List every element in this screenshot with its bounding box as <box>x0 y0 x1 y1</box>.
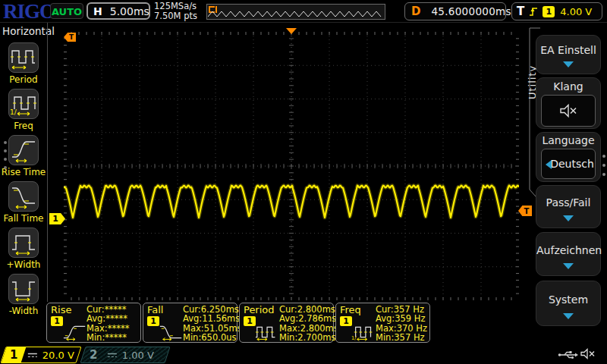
horizontal-scale-box[interactable]: H 5.00ms <box>86 2 150 20</box>
measure-item-rise-time-label: Rise Time <box>0 167 47 177</box>
speaker-muted-icon <box>580 347 596 360</box>
measure-item-fall-time[interactable] <box>8 181 39 212</box>
measure-item-period[interactable] <box>8 42 39 73</box>
measurement-channel-badge: 1 <box>51 316 63 326</box>
select-left-arrow-icon <box>546 160 552 169</box>
channel1-badge[interactable]: 1 20.0 V <box>0 347 81 363</box>
measurement-stats: Cur:***** Avg:***** Max:***** Min:***** <box>86 305 129 343</box>
menu-button-klang[interactable]: Klang <box>536 77 601 129</box>
trigger-level-marker[interactable]: T <box>518 206 532 216</box>
menu-button-pass-fail[interactable]: Pass/Fail <box>536 185 601 228</box>
measurement-panel-period: Period 1 Cur:2.800ms Avg:2.786ms Max:2.8… <box>239 303 334 343</box>
dc-coupling-icon <box>107 352 118 359</box>
menu-button-aufzeichnen[interactable]: Aufzeichnen <box>536 232 601 276</box>
trigger-delay-box[interactable]: D 45.6000000ms <box>404 2 506 20</box>
menu-button-system[interactable]: System <box>536 281 601 326</box>
sound-toggle-box[interactable] <box>541 95 596 127</box>
fall-time-icon <box>10 184 37 209</box>
measurement-channel-badge: 1 <box>244 316 256 326</box>
measurement-panel-freq: Freq 1 1/ Cur:357 Hz Avg:359 Hz Max:370 … <box>335 303 430 343</box>
measurement-channel-badge: 1 <box>147 316 159 326</box>
measure-item-pos-width[interactable] <box>8 228 39 258</box>
speaker-muted-icon <box>558 103 578 118</box>
measurement-name: Fall <box>147 304 163 315</box>
left-menu-divider <box>47 23 48 302</box>
measurement-name: Freq <box>340 304 361 315</box>
svg-text:1/: 1/ <box>351 335 357 341</box>
menu-button-label: System <box>536 293 600 306</box>
run-status-auto: AUTO <box>50 3 83 19</box>
measure-item-neg-width[interactable] <box>8 274 39 304</box>
channel1-number: 1 <box>10 348 17 362</box>
oscilloscope-screen: RIGOL AUTO H 5.00ms 125MSa/s 7.50M pts D… <box>0 0 607 364</box>
trigger-info-box[interactable]: T 1 4.00 V <box>511 2 602 20</box>
fall-icon <box>159 323 184 341</box>
waveform-display <box>64 32 519 300</box>
measurement-panel-rise: Rise 1 Cur:***** Avg:***** Max:***** Min… <box>46 303 141 343</box>
channel2-badge[interactable]: 2 1.00 V <box>80 347 170 363</box>
usb-icon <box>557 350 578 360</box>
measurement-panel-fall: Fall 1 Cur:6.250ms Avg:11.56ms Max:51.05… <box>143 303 237 343</box>
period-icon <box>10 45 37 71</box>
measure-item-freq-label: Freq <box>0 121 47 131</box>
right-menu-scroll-dot <box>602 173 605 176</box>
trigger-position-marker[interactable] <box>286 28 297 34</box>
freq-icon: 1/ <box>10 91 37 117</box>
trigger-label: T <box>517 5 524 18</box>
left-menu-scroll-dot <box>4 141 7 144</box>
memory-depth: 7.50M pts <box>154 11 197 21</box>
minus-width-icon <box>10 276 37 302</box>
channel2-scale: 1.00 V <box>122 350 154 361</box>
trigger-edge-icon <box>528 5 539 17</box>
measurement-stats: Cur:357 Hz Avg:359 Hz Max:370 Hz Min:357… <box>376 305 427 343</box>
measure-item-pos-width-label: +Width <box>0 259 47 270</box>
measure-item-freq[interactable]: 1/ <box>8 89 39 119</box>
menu-button-label: Language <box>536 134 600 146</box>
right-menu-scroll-dot <box>602 155 605 158</box>
freq-icon: 1/ <box>351 323 377 341</box>
menu-button-language[interactable]: Language Deutsch <box>536 132 601 182</box>
delay-value: 45.6000000ms <box>431 5 511 17</box>
right-menu-scroll-dot <box>602 164 605 167</box>
measure-item-neg-width-label: -Width <box>0 306 47 316</box>
rise-icon <box>62 323 88 341</box>
channel1-ground-marker[interactable]: 1 <box>49 213 65 224</box>
measurement-stats: Cur:2.800ms Avg:2.786ms Max:2.800ms Min:… <box>279 305 338 343</box>
measurement-name: Rise <box>51 304 71 315</box>
measurement-channel-badge: 1 <box>340 316 352 326</box>
dropdown-arrow-icon <box>563 61 574 67</box>
measure-item-period-label: Period <box>0 74 47 85</box>
menu-button-label: EA Einstell <box>536 44 600 56</box>
menu-button-label: Klang <box>536 80 600 93</box>
dropdown-arrow-icon <box>563 263 574 269</box>
measurement-name: Period <box>244 304 275 315</box>
h-value: 5.00ms <box>110 5 149 17</box>
left-menu-scroll-dot <box>4 158 7 161</box>
measurement-stats: Cur:6.250ms Avg:11.56ms Max:51.05ms Min:… <box>183 305 242 343</box>
left-menu-scroll-dot <box>4 166 7 169</box>
waveform-preview-bar[interactable] <box>206 4 385 20</box>
dropdown-arrow-icon <box>563 313 574 319</box>
measure-item-rise-time[interactable] <box>8 135 39 165</box>
measure-item-fall-time-label: Fall Time <box>0 213 47 224</box>
menu-button-label: Aufzeichnen <box>536 244 600 256</box>
delay-label: D <box>411 5 420 18</box>
header-divider <box>0 22 607 23</box>
period-icon <box>255 323 281 341</box>
channel2-number: 2 <box>90 348 97 362</box>
left-menu-scroll-dot <box>4 149 7 152</box>
menu-button-ea-einstell[interactable]: EA Einstell <box>536 35 601 74</box>
plus-width-icon <box>10 230 37 256</box>
svg-text:1/: 1/ <box>10 108 17 116</box>
rise-time-icon <box>10 137 37 163</box>
dropdown-arrow-icon <box>563 215 574 221</box>
language-select-box[interactable]: Deutsch <box>541 149 596 179</box>
preview-waveform <box>208 5 384 20</box>
channel1-scale: 20.0 V <box>42 350 74 361</box>
trigger-level-value: 4.00 V <box>560 6 592 17</box>
acquisition-info: 125MSa/s 7.50M pts <box>154 2 197 21</box>
language-value: Deutsch <box>550 158 594 170</box>
dc-coupling-icon <box>27 352 38 359</box>
trigger-source-badge: 1 <box>543 6 555 17</box>
menu-button-label: Pass/Fail <box>536 196 600 209</box>
